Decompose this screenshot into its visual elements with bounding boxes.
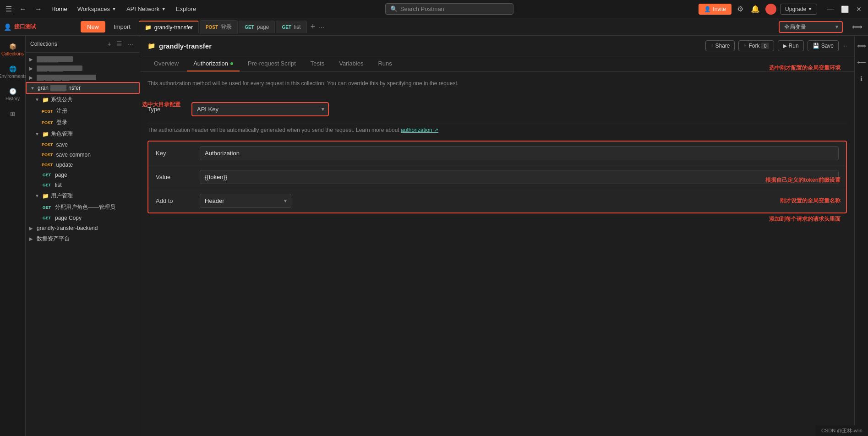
sidebar-item-get-page[interactable]: GET page — [26, 170, 140, 180]
sidebar-item-post-save-common[interactable]: POST save-common — [26, 150, 140, 160]
sidebar-item-post-register[interactable]: POST 注册 — [26, 105, 140, 117]
forward-button[interactable]: → — [32, 3, 45, 15]
sidebar-item-grandly-transfer[interactable]: ▼ gran████nsfer — [26, 82, 140, 94]
new-button[interactable]: New — [81, 21, 105, 33]
tab-label: page — [257, 24, 269, 30]
chevron-down-icon: ▼ — [35, 193, 40, 198]
method-badge-get: GET — [40, 205, 53, 210]
sidebar-item-post-update[interactable]: POST update — [26, 160, 140, 170]
tab-runs[interactable]: Runs — [371, 56, 398, 71]
fork-button[interactable]: ⑂ Fork 0 — [738, 40, 774, 51]
add-to-label: Add to — [156, 197, 192, 204]
collections-icon: 📦 — [9, 43, 16, 50]
home-link[interactable]: Home — [48, 4, 71, 14]
fork-icon: ⑂ — [743, 43, 747, 49]
more-actions-button[interactable]: ··· — [842, 43, 847, 49]
avatar[interactable] — [765, 4, 776, 15]
auth-description: The authorization header will be automat… — [147, 127, 847, 133]
sidebar-item-post-save[interactable]: POST save — [26, 140, 140, 150]
sidebar-item-post-login[interactable]: POST 登录 — [26, 117, 140, 128]
tab-variables[interactable]: Variables — [333, 56, 370, 71]
tab-post-login[interactable]: POST 登录 — [200, 20, 238, 34]
collection-header: 📁 grandly-transfer ↑ Share ⑂ Fork 0 ▶ Ru… — [140, 36, 854, 56]
list-item[interactable]: ▶ ██████ — [26, 54, 140, 64]
tab-pre-request-script[interactable]: Pre-request Script — [241, 56, 302, 71]
panel-more-button[interactable]: ··· — [126, 39, 135, 49]
chevron-icon: ▶ — [29, 226, 35, 231]
method-badge-post: POST — [40, 120, 55, 125]
share-button[interactable]: ↑ Share — [705, 40, 735, 51]
chevron-down-icon: ▼ — [30, 86, 36, 91]
panel-add-button[interactable]: + — [105, 39, 113, 49]
explore-link[interactable]: Explore — [172, 4, 200, 14]
collection-title: grandly-transfer — [159, 42, 212, 50]
tab-authorization[interactable]: Authorization — [187, 56, 240, 71]
right-rail-btn1[interactable]: ⟺ — [850, 21, 864, 33]
key-value[interactable]: Authorization — [200, 146, 839, 160]
add-tab-button[interactable]: + — [308, 22, 318, 32]
sidebar-item-page-copy[interactable]: GET page Copy — [26, 213, 140, 223]
api-network-menu[interactable]: API Network ▼ — [123, 4, 169, 14]
run-button[interactable]: ▶ Run — [778, 40, 804, 51]
chevron-icon: ▶ — [29, 66, 35, 71]
menu-icon[interactable]: ☰ — [4, 3, 14, 15]
mock-icon: ⊞ — [10, 110, 15, 117]
rail-button-2[interactable]: ⟵ — [854, 56, 868, 69]
sidebar-icon-history[interactable]: 🕐 History — [1, 84, 25, 105]
back-button[interactable]: ← — [16, 3, 29, 15]
value-value[interactable]: {{token}} — [200, 170, 839, 184]
sidebar-icon-mock[interactable]: ⊞ — [1, 107, 25, 122]
list-item[interactable]: ▶ ███ ████ — [26, 64, 140, 73]
sidebar-item-assign-role[interactable]: GET 分配用户角色——管理员 — [26, 202, 140, 213]
add-to-select[interactable]: Header Query Params — [200, 194, 291, 208]
sidebar-item-get-list[interactable]: GET list — [26, 180, 140, 190]
method-badge-get: GET — [40, 172, 53, 178]
import-button[interactable]: Import — [109, 21, 135, 33]
upgrade-button[interactable]: Upgrade ▼ — [780, 4, 817, 15]
sidebar-item-data-platform[interactable]: ▶ 数据资产平台 — [26, 233, 140, 245]
invite-icon: 👤 — [704, 6, 711, 12]
search-box[interactable]: 🔍 Search Postman — [385, 3, 513, 15]
sidebar-icon-collections[interactable]: 📦 Collections — [1, 39, 25, 60]
maximize-button[interactable]: ⬜ — [838, 5, 852, 14]
list-item[interactable]: ▶ ██ ██ ██ ██ — [26, 73, 140, 82]
sidebar-item-sys-public[interactable]: ▼ 📁 系统公共 — [26, 94, 140, 105]
panel-filter-button[interactable]: ☰ — [115, 39, 124, 49]
minimize-button[interactable]: — — [824, 5, 836, 14]
sidebar-item-role-mgmt[interactable]: ▼ 📁 角色管理 — [26, 128, 140, 140]
sidebar-icon-environments[interactable]: 🌐 Environments — [1, 62, 25, 82]
tab-overview[interactable]: Overview — [147, 56, 185, 71]
workspaces-menu[interactable]: Workspaces ▼ — [74, 4, 120, 14]
topbar-right: 👤 Invite ⚙ 🔔 Upgrade ▼ — ⬜ ✕ — [699, 3, 864, 15]
sidebar-item-user-mgmt[interactable]: ▼ 📁 用户管理 — [26, 190, 140, 202]
tab-method-get2: GET — [282, 25, 291, 30]
sidebar-item-backend[interactable]: ▶ grandly-transfer-backend — [26, 223, 140, 233]
method-badge-get: GET — [40, 215, 53, 221]
tab-grandly-transfer[interactable]: 📁 grandly-transfer — [139, 21, 199, 33]
tab-label: grandly-transfer — [154, 24, 193, 31]
tab-tests[interactable]: Tests — [304, 56, 331, 71]
env-selector[interactable]: 全局变量 — [779, 21, 843, 33]
rail-button-1[interactable]: ⟺ — [854, 39, 868, 52]
environments-icon: 🌐 — [9, 65, 16, 72]
tab-method-get: GET — [245, 25, 254, 30]
close-button[interactable]: ✕ — [853, 5, 864, 14]
more-tabs-button[interactable]: ··· — [319, 23, 324, 31]
rail-button-3[interactable]: ℹ — [857, 72, 865, 85]
collections-label: Collections — [1, 51, 24, 56]
collection-name: gran — [38, 85, 49, 91]
invite-button[interactable]: 👤 Invite — [699, 4, 732, 15]
annotation-env: 选中刚才配置的全局变量环境 — [769, 64, 841, 72]
user-label: 接口测试 — [14, 23, 36, 31]
folder-label: 系统公共 — [51, 96, 73, 104]
type-select[interactable]: API Key No Auth Bearer Token Basic Auth — [191, 102, 329, 116]
tab-label: list — [294, 24, 301, 30]
user-area: 👤 接口测试 — [4, 23, 77, 31]
auth-link[interactable]: authorization ↗ — [401, 127, 438, 133]
content-area: 📁 grandly-transfer ↑ Share ⑂ Fork 0 ▶ Ru… — [140, 36, 854, 436]
tab-get-page[interactable]: GET page — [239, 21, 275, 33]
settings-button[interactable]: ⚙ — [735, 3, 745, 15]
bell-button[interactable]: 🔔 — [749, 3, 762, 15]
tab-get-list[interactable]: GET list — [276, 21, 306, 33]
save-button[interactable]: 💾 Save — [808, 40, 839, 51]
